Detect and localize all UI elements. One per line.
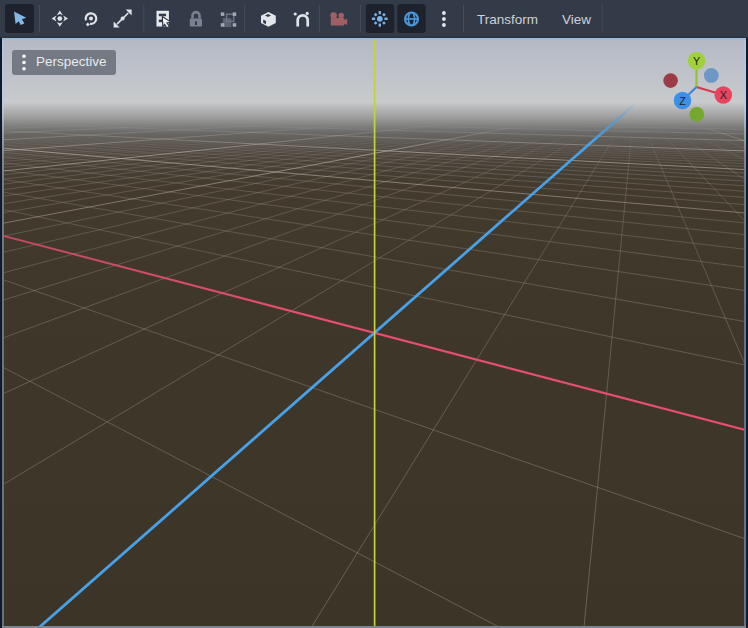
svg-text:Y: Y <box>693 55 700 67</box>
svg-text:Z: Z <box>679 95 686 107</box>
svg-text:View: View <box>562 12 591 27</box>
svg-text:Transform: Transform <box>477 12 538 27</box>
svg-text:X: X <box>720 89 727 101</box>
